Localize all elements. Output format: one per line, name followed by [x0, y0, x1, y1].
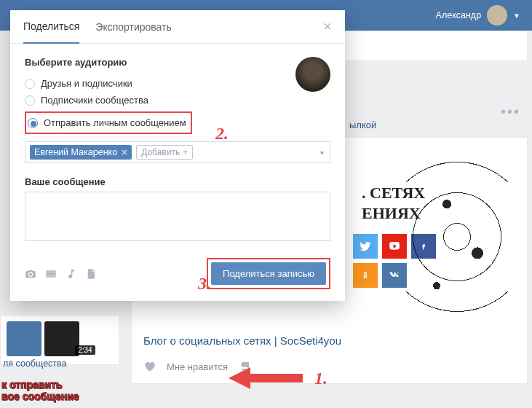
- social-row-2: [353, 263, 407, 288]
- message-label: Ваше сообщение: [25, 176, 330, 187]
- video-duration: 2:34: [75, 345, 95, 355]
- video-icon[interactable]: [45, 268, 57, 280]
- youtube-icon: [382, 234, 407, 259]
- close-icon[interactable]: ×: [320, 19, 335, 34]
- callout-3: 3.: [198, 274, 211, 294]
- heart-icon[interactable]: [143, 360, 156, 373]
- radio-icon: [25, 95, 35, 106]
- file-icon[interactable]: [86, 268, 98, 280]
- radio-friends[interactable]: Друзья и подписчики: [25, 75, 192, 92]
- recipient-token[interactable]: Евгений Макаренко: [30, 145, 132, 160]
- attach-row: [25, 268, 98, 280]
- radio-icon: [28, 118, 38, 128]
- plus-icon: +: [183, 147, 188, 157]
- link-fragment[interactable]: ылкой: [349, 119, 376, 130]
- music-icon[interactable]: [65, 268, 77, 280]
- feed-actions: Мне нравится: [143, 360, 515, 373]
- arrow-icon: [229, 367, 309, 389]
- video-thumb[interactable]: 2:34: [44, 321, 79, 356]
- radio-subscribers[interactable]: Подписчики сообщества: [25, 92, 192, 109]
- sidebar-link[interactable]: ля сообщества: [3, 358, 67, 369]
- radio-pm[interactable]: Отправить личным сообщением: [28, 114, 186, 131]
- sidebar-thumb-box: 2:34: [0, 315, 119, 365]
- add-recipient-button[interactable]: Добавить +: [136, 145, 193, 160]
- avatar: [487, 5, 507, 26]
- topbar-user[interactable]: Александр ▼: [436, 5, 520, 26]
- remove-icon[interactable]: [122, 149, 127, 155]
- more-icon[interactable]: •••: [501, 103, 520, 120]
- tab-export[interactable]: Экспортировать: [95, 11, 171, 43]
- camera-icon[interactable]: [25, 268, 36, 280]
- callout-1: 1.: [229, 367, 327, 389]
- tutorial-overlay-text: к отправить вое сообщение: [1, 379, 79, 402]
- message-input[interactable]: [25, 192, 330, 241]
- share-button-highlight: Поделиться записью: [207, 258, 330, 289]
- video-thumb-vk[interactable]: [7, 321, 41, 356]
- vk-icon: [382, 263, 407, 288]
- recipient-input[interactable]: Евгений Макаренко Добавить + ▾: [25, 141, 330, 163]
- twitter-icon: [353, 234, 378, 259]
- ok-icon: [353, 263, 378, 288]
- ornament-decoration: [406, 155, 508, 318]
- share-modal: Поделиться Экспортировать × Выберите ауд…: [10, 10, 345, 301]
- modal-tabs: Поделиться Экспортировать ×: [10, 10, 345, 44]
- feed-card-title[interactable]: Блог о социальных сетях | SocSeti4you: [143, 334, 515, 347]
- like-label[interactable]: Мне нравится: [167, 361, 228, 372]
- callout-2: 2.: [215, 124, 229, 144]
- share-button[interactable]: Поделиться записью: [211, 262, 326, 285]
- chevron-down-icon[interactable]: ▾: [320, 149, 324, 157]
- tab-share[interactable]: Поделиться: [23, 10, 79, 44]
- audience-title: Выберите аудиторию: [25, 57, 192, 68]
- topbar-username: Александр: [436, 10, 482, 20]
- radio-icon: [25, 79, 35, 89]
- avatar: [295, 57, 330, 92]
- chevron-down-icon: ▼: [513, 12, 520, 20]
